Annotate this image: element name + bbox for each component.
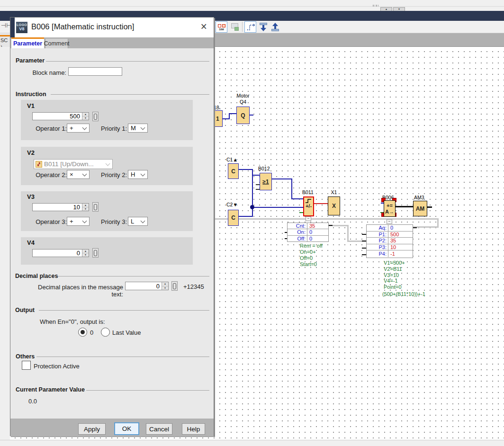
operator2-dropdown[interactable]: × bbox=[67, 170, 90, 179]
help-button[interactable]: Help bbox=[182, 423, 205, 435]
v3-value-spinner[interactable]: ▲▼ bbox=[32, 203, 89, 211]
table-row: Off:0 bbox=[288, 236, 328, 242]
chevron-down-icon bbox=[106, 161, 110, 166]
top-strip bbox=[0, 0, 504, 7]
b006-parameter-table[interactable]: Aq:0 P1:500 P2:35 P3:10 P4:-1 bbox=[366, 224, 413, 258]
dialog-footer: Apply OK Cancel Help bbox=[10, 419, 214, 437]
operator3-dropdown[interactable]: + bbox=[67, 217, 90, 226]
v2-group: V2 ▞ B011 [Up/Down... Operator 2: × Prio… bbox=[21, 147, 193, 185]
priority3-dropdown[interactable]: L bbox=[128, 217, 148, 226]
section-heading-others: Others bbox=[16, 353, 35, 360]
online-test-icon[interactable] bbox=[229, 22, 240, 32]
b006-note: V2=B11 bbox=[384, 266, 402, 272]
titlebar-edge bbox=[10, 18, 15, 37]
spin-down-icon[interactable]: ▼ bbox=[82, 253, 89, 257]
chevron-down-icon bbox=[141, 171, 145, 176]
decimal-reference-button[interactable] bbox=[171, 281, 178, 291]
v4-value-spinner[interactable]: ▲▼ bbox=[32, 249, 89, 257]
block-x1[interactable]: X bbox=[328, 196, 340, 215]
v3-reference-button[interactable] bbox=[92, 202, 99, 212]
logo-app-icon: LOGO V8 bbox=[16, 22, 27, 33]
radio-selected-dot bbox=[81, 330, 85, 334]
block-c1[interactable]: C bbox=[228, 163, 239, 179]
block-ref-icon: ▞ bbox=[36, 161, 42, 168]
priority2-label: Priority 2: bbox=[100, 171, 127, 178]
section-line bbox=[39, 310, 209, 311]
bottom-strip bbox=[0, 440, 504, 446]
upload-from-device-icon[interactable] bbox=[270, 22, 280, 32]
chevron-down-icon bbox=[141, 125, 145, 130]
spin-down-icon[interactable]: ▼ bbox=[162, 286, 168, 290]
v1-value-input[interactable] bbox=[33, 113, 82, 120]
block-c2[interactable]: C bbox=[228, 210, 239, 226]
collapse-toggle[interactable]: − bbox=[306, 216, 311, 221]
cancel-button[interactable]: Cancel bbox=[146, 423, 172, 435]
decimal-preview: +12345 bbox=[183, 283, 204, 290]
section-heading-parameter: Parameter bbox=[16, 57, 45, 64]
spin-up-icon[interactable]: ▲ bbox=[162, 282, 168, 286]
connection-split-icon[interactable] bbox=[244, 21, 256, 33]
v1-value-spinner[interactable]: ▲▼ bbox=[32, 112, 89, 120]
v3-value-input[interactable] bbox=[33, 204, 82, 211]
priority1-dropdown[interactable]: M bbox=[128, 124, 148, 133]
wire bbox=[271, 178, 292, 179]
priority2-dropdown[interactable]: H bbox=[128, 170, 148, 179]
wire bbox=[229, 113, 237, 114]
block-label: B011 bbox=[302, 189, 314, 195]
spin-down-icon[interactable]: ▼ bbox=[82, 207, 89, 211]
toolbar-separator bbox=[242, 22, 243, 32]
dialog-title: B006 [Mathematic instruction] bbox=[31, 22, 134, 31]
tab-comment[interactable]: Comment bbox=[45, 39, 68, 48]
apply-button[interactable]: Apply bbox=[78, 423, 106, 435]
v2-reference-combobox[interactable]: ▞ B011 [Up/Down... bbox=[34, 159, 113, 169]
block-b012[interactable]: ≥1 bbox=[260, 173, 272, 190]
operator2-label: Operator 2: bbox=[27, 171, 67, 178]
v4-reference-button[interactable] bbox=[92, 248, 99, 258]
ok-button[interactable]: OK bbox=[114, 422, 139, 435]
section-heading-instruction: Instruction bbox=[16, 91, 46, 98]
dialog-tabstrip: Parameter Comment bbox=[10, 37, 214, 48]
decimal-places-input[interactable] bbox=[126, 282, 162, 290]
protection-active-checkbox[interactable] bbox=[22, 361, 31, 370]
table-row: P4:-1 bbox=[367, 250, 413, 257]
reference-connector bbox=[413, 226, 439, 228]
reference-connector bbox=[347, 225, 349, 242]
b011-parameter-table[interactable]: Cnt:35 On:0 Off:0 bbox=[287, 223, 329, 242]
block-q4[interactable]: Q bbox=[236, 107, 250, 124]
close-icon[interactable]: × bbox=[201, 22, 207, 31]
output-radio-lastvalue-label: Last Value bbox=[112, 329, 141, 336]
output-radio-zero[interactable] bbox=[78, 328, 87, 337]
output-radio-lastvalue[interactable] bbox=[101, 328, 110, 337]
chevron-down-icon bbox=[82, 125, 87, 130]
block-am3[interactable]: AM bbox=[413, 201, 427, 216]
section-line bbox=[58, 276, 209, 277]
spin-up-icon[interactable]: ▲ bbox=[82, 250, 89, 253]
operator3-label: Operator 3: bbox=[27, 218, 67, 225]
decimal-places-spinner[interactable]: ▲▼ bbox=[125, 282, 169, 290]
block-b011[interactable]: +/- bbox=[303, 196, 314, 216]
v4-value-input[interactable] bbox=[33, 250, 82, 257]
operator1-dropdown[interactable]: + bbox=[67, 124, 90, 133]
section-line bbox=[51, 94, 209, 95]
table-row: P2:35 bbox=[367, 238, 413, 244]
v2-title: V2 bbox=[27, 149, 35, 156]
spin-up-icon[interactable]: ▲ bbox=[82, 204, 89, 207]
tab-parameter[interactable]: Parameter bbox=[11, 37, 44, 48]
block-b006[interactable]: += A→ bbox=[384, 200, 396, 217]
dialog-titlebar[interactable]: LOGO V8 B006 [Mathematic instruction] × bbox=[10, 18, 214, 37]
block-name-input[interactable] bbox=[68, 67, 122, 76]
download-to-device-icon[interactable] bbox=[258, 22, 269, 32]
contact-icon[interactable]: ⊣⊢ bbox=[1, 22, 9, 31]
collapse-toggle[interactable]: − bbox=[387, 219, 392, 224]
spin-up-icon[interactable]: ▲ bbox=[82, 113, 89, 116]
simulation-icon[interactable]: SIM bbox=[216, 21, 227, 33]
reference-icon bbox=[94, 250, 97, 256]
operator1-label: Operator 1: bbox=[27, 125, 67, 132]
wire bbox=[291, 178, 292, 199]
v1-reference-button[interactable] bbox=[92, 112, 99, 121]
block-b018[interactable]: 1 bbox=[215, 110, 223, 127]
v3-group: V3 ▲▼ Operator 3: + Priority 3: L bbox=[21, 191, 193, 231]
block-label: 18. bbox=[214, 105, 221, 110]
left-tab-fragment[interactable]: SC › bbox=[0, 33, 10, 47]
spin-down-icon[interactable]: ▼ bbox=[82, 116, 89, 120]
